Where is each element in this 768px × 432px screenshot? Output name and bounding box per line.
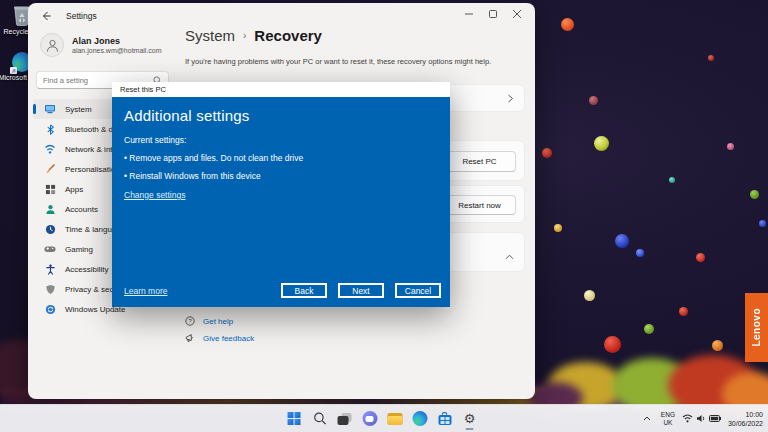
paint-drop: [696, 253, 705, 262]
get-help-label: Get help: [203, 317, 233, 326]
dialog-body: Additional settings Current settings: Re…: [112, 97, 450, 307]
close-icon: [513, 10, 521, 18]
gamepad-icon: [44, 243, 56, 255]
volume-icon: [696, 414, 706, 423]
taskbar-center: ⚙: [283, 405, 482, 432]
back-arrow-icon: [41, 11, 51, 21]
restart-now-button[interactable]: Restart now: [443, 195, 516, 215]
paint-drop: [584, 290, 595, 301]
edge-icon: [412, 411, 427, 426]
window-title: Settings: [66, 11, 97, 21]
status-icons[interactable]: [682, 414, 721, 423]
chat-icon: [362, 411, 377, 426]
paint-drop: [708, 55, 714, 61]
get-help-link[interactable]: ? Get help: [185, 316, 233, 326]
sidebar-item-label: Gaming: [65, 245, 93, 254]
paint-drop: [594, 136, 609, 151]
taskbar-search-button[interactable]: [308, 407, 332, 431]
edge-button[interactable]: [408, 407, 432, 431]
paint-drop: [759, 220, 766, 227]
file-explorer-button[interactable]: [383, 407, 407, 431]
taskbar: ⚙ ENG UK 10:00 30/06/2022: [0, 404, 768, 432]
back-button[interactable]: [40, 10, 52, 22]
sidebar-item-label: System: [65, 105, 92, 114]
breadcrumb-parent[interactable]: System: [185, 27, 235, 44]
breadcrumb-separator: ›: [243, 30, 246, 41]
paint-drop: [712, 340, 723, 351]
desktop: Recycle Bin ↗ Microsoft Edge Lenovo Sett…: [0, 0, 768, 432]
lenovo-badge: Lenovo: [745, 293, 768, 362]
page-description: If you're having problems with your PC o…: [185, 57, 530, 66]
window-controls: [457, 6, 529, 21]
system-icon: [44, 103, 56, 115]
account-person-icon: [44, 203, 56, 215]
gear-icon: ⚙: [464, 412, 476, 425]
paint-drop: [750, 190, 759, 199]
language-line2: UK: [661, 419, 675, 427]
task-view-button[interactable]: [333, 407, 357, 431]
dialog-footer: Learn more Back Next Cancel: [124, 283, 441, 298]
hidden-icons-button[interactable]: [640, 412, 654, 426]
dialog-title: Reset this PC: [120, 85, 166, 94]
tray-date: 30/06/2022: [728, 419, 763, 428]
store-button[interactable]: [433, 407, 457, 431]
setting-bullet: Reinstall Windows from this device: [124, 171, 438, 181]
paint-drop: [644, 324, 654, 334]
sidebar-item-label: Apps: [65, 185, 83, 194]
back-button-dialog[interactable]: Back: [281, 283, 327, 298]
paint-drop: [604, 336, 621, 353]
minimize-icon: [465, 10, 473, 18]
close-button[interactable]: [505, 6, 529, 21]
dialog-titlebar: Reset this PC: [112, 82, 450, 97]
apps-grid-icon: [44, 183, 56, 195]
next-button-dialog[interactable]: Next: [338, 283, 384, 298]
paint-drop: [679, 307, 688, 316]
person-icon: [46, 39, 59, 52]
svg-text:?: ?: [188, 318, 192, 324]
language-indicator[interactable]: ENG UK: [661, 411, 675, 427]
windows-logo-icon: [288, 412, 302, 426]
user-name: Alan Jones: [72, 36, 162, 46]
reset-pc-button[interactable]: Reset PC: [443, 151, 516, 172]
chat-button[interactable]: [358, 407, 382, 431]
sidebar-item-label: Accounts: [65, 205, 98, 214]
give-feedback-link[interactable]: Give feedback: [185, 333, 254, 343]
language-line1: ENG: [661, 411, 675, 419]
avatar: [40, 33, 64, 57]
learn-more-link[interactable]: Learn more: [124, 286, 167, 296]
maximize-button[interactable]: [481, 6, 505, 21]
maximize-icon: [489, 10, 497, 18]
lenovo-badge-text: Lenovo: [751, 308, 762, 347]
user-account-block[interactable]: Alan Jones alan.jones.wm@hotmail.com: [40, 33, 162, 57]
selection-indicator: [33, 104, 36, 114]
paint-drop: [636, 249, 644, 257]
start-button[interactable]: [283, 407, 307, 431]
minimize-button[interactable]: [457, 6, 481, 21]
wifi-globe-icon: [44, 143, 56, 155]
folder-icon: [387, 413, 402, 425]
current-settings-label: Current settings:: [124, 135, 438, 145]
accessibility-person-icon: [44, 263, 56, 275]
give-feedback-label: Give feedback: [203, 334, 254, 343]
change-settings-link[interactable]: Change settings: [124, 190, 185, 200]
system-tray: ENG UK 10:00 30/06/2022: [640, 405, 763, 432]
chevron-up-icon: [505, 246, 514, 264]
wifi-icon: [682, 414, 693, 423]
page-title: Recovery: [254, 27, 322, 44]
user-email: alan.jones.wm@hotmail.com: [72, 47, 162, 54]
chevron-right-icon: [507, 89, 514, 107]
paint-drop: [554, 224, 562, 232]
help-icon: ?: [185, 316, 195, 326]
paint-drop: [561, 18, 574, 31]
active-app-indicator: [466, 428, 474, 430]
clock[interactable]: 10:00 30/06/2022: [728, 410, 763, 428]
breadcrumb: System › Recovery: [185, 27, 322, 44]
megaphone-icon: [185, 333, 195, 343]
cancel-button-dialog[interactable]: Cancel: [395, 283, 441, 298]
paint-drop: [727, 143, 734, 150]
paint-drop: [615, 234, 629, 248]
paint-drop: [542, 148, 552, 158]
battery-icon: [709, 415, 721, 422]
settings-taskbar-button[interactable]: ⚙: [458, 407, 482, 431]
chevron-up-icon: [643, 416, 651, 421]
